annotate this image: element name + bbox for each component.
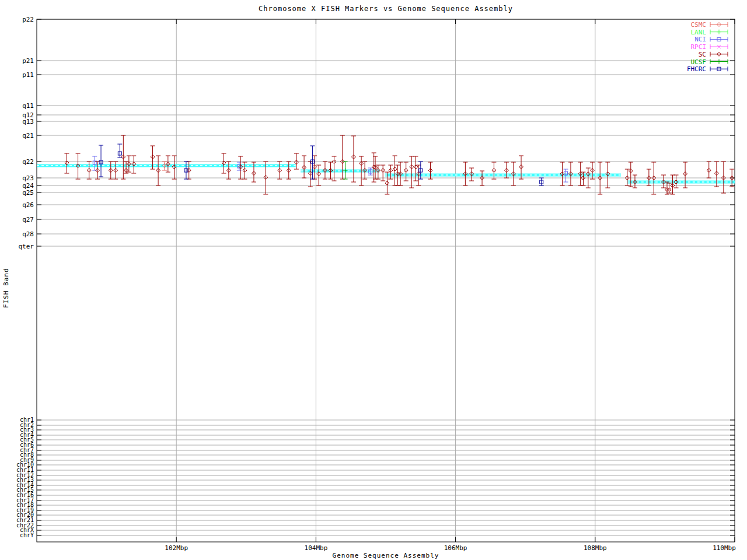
x-tick-label: 108Mbp (584, 544, 607, 552)
y-tick-label: q21 (22, 132, 34, 139)
y-tick-label: q25 (22, 189, 34, 197)
y-tick-label: p11 (22, 71, 34, 79)
plot-canvas: p22p21p11q11q12q13q21q22q23q24q25q26q27q… (0, 0, 747, 560)
y-tick-label: qter (19, 243, 34, 250)
legend-label-fhcrc: FHCRC (687, 65, 706, 73)
legend-label-nci: NCI (694, 36, 706, 43)
y-tick-label: q11 (22, 102, 34, 110)
x-tick-label: 104Mbp (305, 544, 328, 552)
legend-label-csmc: CSMC (691, 21, 707, 29)
y-tick-label: q13 (22, 118, 34, 125)
x-tick-label: 106Mbp (444, 544, 467, 552)
legend-label-ucsf: UCSF (691, 58, 707, 66)
y-tick-label: p22 (22, 16, 34, 23)
legend-label-lanl: LANL (691, 29, 707, 36)
x-tick-label: 102Mbp (165, 544, 188, 552)
y-tick-label: p21 (22, 57, 34, 65)
y-tick-label: q28 (22, 230, 34, 238)
y-tick-label: q23 (22, 174, 34, 182)
y-tick-label: q22 (22, 158, 34, 166)
x-tick-label: 110Mbp (713, 544, 736, 552)
y-tick-label: q27 (22, 216, 34, 223)
y-tick-label: q26 (22, 201, 34, 209)
legend-label-rpci: RPCI (691, 43, 707, 51)
chart-screenshot: Chromosome X FISH Markers vs Genome Sequ… (0, 0, 747, 560)
legend-label-sc: SC (699, 51, 706, 58)
y-tick-label: chrY (20, 532, 34, 538)
plot-border (37, 19, 735, 542)
